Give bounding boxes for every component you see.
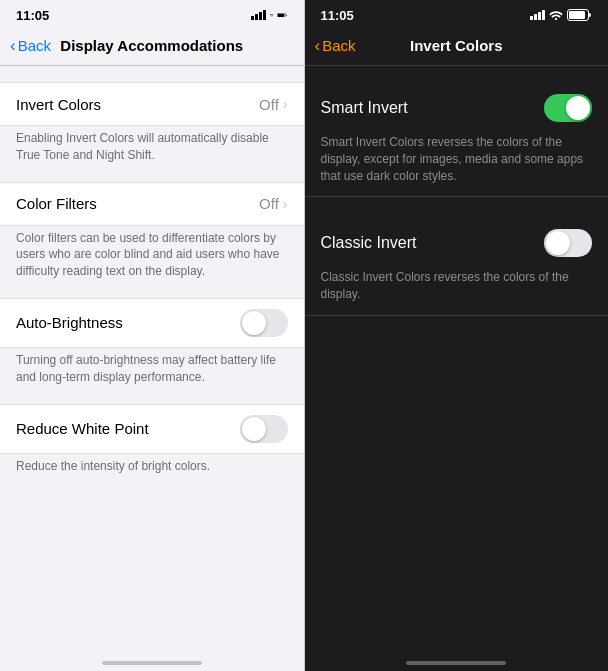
invert-colors-group: Invert Colors Off › Enabling Invert Colo… [0,82,304,174]
right-wifi-icon [549,10,563,20]
left-back-chevron-icon: ‹ [10,37,16,54]
auto-brightness-label: Auto-Brightness [16,314,240,331]
invert-colors-row[interactable]: Invert Colors Off › [0,82,304,126]
right-home-bar [406,661,506,665]
reduce-white-toggle[interactable] [240,415,288,443]
auto-brightness-group: Auto-Brightness Turning off auto-brightn… [0,298,304,396]
reduce-white-group: Reduce White Point Reduce the intensity … [0,404,304,485]
smart-invert-row[interactable]: Smart Invert [305,82,609,134]
color-filters-label: Color Filters [16,195,259,212]
invert-colors-value: Off [259,96,279,113]
classic-invert-toggle[interactable] [544,229,592,257]
right-back-chevron-icon: ‹ [315,37,321,54]
left-back-button[interactable]: ‹ Back [10,37,51,54]
right-home-indicator [305,653,609,671]
left-time: 11:05 [16,8,49,23]
color-filters-group: Color Filters Off › Color filters can be… [0,182,304,290]
auto-brightness-toggle[interactable] [240,309,288,337]
right-status-bar: 11:05 [305,0,609,28]
left-status-icons [251,10,288,20]
smart-invert-toggle[interactable] [544,94,592,122]
left-status-bar: 11:05 [0,0,304,28]
wifi-icon [270,10,274,20]
smart-invert-toggle-thumb [566,96,590,120]
classic-invert-row[interactable]: Classic Invert [305,217,609,269]
smart-invert-description: Smart Invert Colors reverses the colors … [305,134,609,197]
classic-invert-description: Classic Invert Colors reverses the color… [305,269,609,316]
left-page-title: Display Accommodations [60,37,243,54]
left-home-indicator [0,653,304,671]
right-page-title: Invert Colors [410,37,503,54]
right-battery-icon [567,9,592,21]
reduce-white-row[interactable]: Reduce White Point [0,404,304,454]
auto-brightness-toggle-thumb [242,311,266,335]
color-filters-chevron-icon: › [283,196,288,212]
reduce-white-toggle-thumb [242,417,266,441]
left-content: Invert Colors Off › Enabling Invert Colo… [0,66,304,653]
invert-colors-chevron-icon: › [283,96,288,112]
color-filters-right: Off › [259,195,287,212]
classic-invert-toggle-thumb [546,231,570,255]
invert-colors-label: Invert Colors [16,96,259,113]
right-status-icons [530,9,592,21]
svg-rect-1 [278,13,285,16]
auto-brightness-description: Turning off auto-brightness may affect b… [0,348,304,396]
color-filters-description: Color filters can be used to differentia… [0,226,304,290]
right-back-button[interactable]: ‹ Back [315,37,356,54]
classic-invert-group: Classic Invert Classic Invert Colors rev… [305,217,609,316]
invert-colors-description: Enabling Invert Colors will automaticall… [0,126,304,174]
left-nav-bar: ‹ Back Display Accommodations [0,28,304,66]
smart-invert-group: Smart Invert Smart Invert Colors reverse… [305,82,609,197]
color-filters-value: Off [259,195,279,212]
right-back-label: Back [322,37,355,54]
invert-colors-right: Off › [259,96,287,113]
auto-brightness-row[interactable]: Auto-Brightness [0,298,304,348]
right-panel: 11:05 ‹ Back Invert Colors [305,0,609,671]
right-signal-icon [530,10,545,20]
svg-rect-3 [569,11,585,19]
right-nav-bar: ‹ Back Invert Colors [305,28,609,66]
battery-icon [277,13,287,18]
color-filters-row[interactable]: Color Filters Off › [0,182,304,226]
classic-invert-label: Classic Invert [321,234,417,252]
reduce-white-label: Reduce White Point [16,420,240,437]
left-back-label: Back [18,37,51,54]
signal-icon [251,10,266,20]
right-content: Smart Invert Smart Invert Colors reverse… [305,66,609,653]
smart-invert-label: Smart Invert [321,99,408,117]
left-home-bar [102,661,202,665]
right-time: 11:05 [321,8,354,23]
reduce-white-description: Reduce the intensity of bright colors. [0,454,304,485]
left-panel: 11:05 ‹ Back Display Accommodations [0,0,304,671]
